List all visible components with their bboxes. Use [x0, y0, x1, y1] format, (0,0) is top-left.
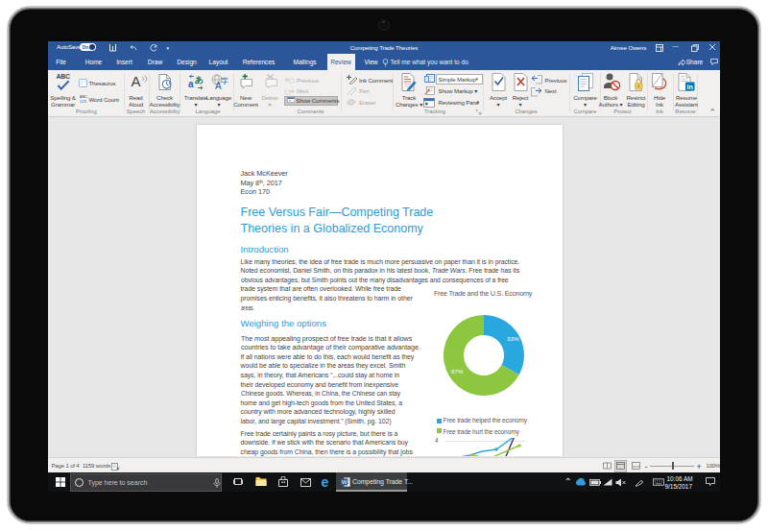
- svg-text:in: in: [686, 84, 692, 90]
- svg-text:字: 字: [221, 77, 228, 85]
- svg-text:W: W: [342, 479, 348, 485]
- svg-text:a: a: [188, 79, 194, 89]
- svg-text:あ: あ: [195, 75, 204, 85]
- svg-text:123: 123: [80, 99, 86, 103]
